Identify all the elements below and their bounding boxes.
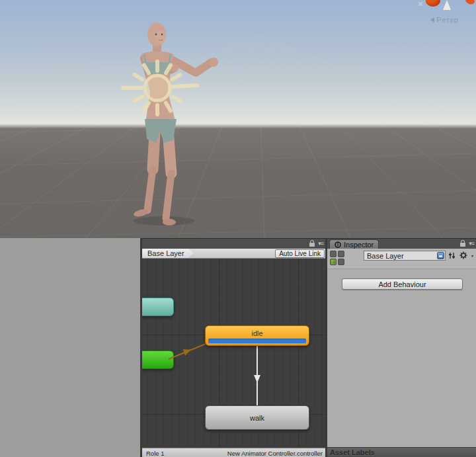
state-machine-canvas[interactable]: idle walk [142,259,325,448]
state-node-walk[interactable]: walk [205,405,309,430]
blend-tree-icon [330,259,337,265]
gizmo-axis-cone-icon [426,0,440,7]
inspector-tabbar: Inspector ▾≡ [327,238,476,249]
asset-labels-bar[interactable]: Asset Labels [327,447,476,457]
graph-tabbar: ▾≡ [142,238,325,249]
unity-editor-window: Persp Animator Layers Parameters [0,0,476,457]
state-node-idle[interactable]: idle [205,325,309,346]
scene-viewport[interactable]: Persp [0,0,476,238]
controller-asset-icon [437,252,444,259]
tab-inspector[interactable]: Inspector [329,239,379,249]
scene-orientation-gizmo[interactable] [416,0,476,13]
playback-progress-bar [208,339,306,343]
gear-icon[interactable] [459,251,467,259]
tab-inspector-label: Inspector [344,241,374,249]
pane-menu-icon[interactable]: ▾≡ [469,241,474,247]
entry-node[interactable] [142,351,174,369]
lock-icon[interactable] [460,243,465,247]
add-behaviour-button[interactable]: Add Behaviour [342,278,463,290]
persp-arrow-icon [430,17,434,22]
breadcrumb-base-layer[interactable]: Base Layer [142,249,194,258]
scene-render [0,0,476,238]
state-label: walk [250,414,264,422]
pane-menu-icon[interactable]: ▾≡ [318,241,323,247]
gizmo-axis-cone-icon [465,0,476,5]
layer-icon-grid[interactable] [330,251,346,267]
perspective-label[interactable]: Persp [430,16,459,24]
status-gameobject: Role 1 [146,450,164,457]
inspector-icon [335,241,341,248]
animator-panel: Animator Layers Parameters ▾ +▾ speed [0,238,140,457]
layer-name-field[interactable] [364,251,446,261]
ground-grid [0,34,476,238]
inspector-panel: Inspector ▾≡ [327,238,476,457]
gizmo-axis-marker-icon [418,1,422,6]
layer-slot-icon [338,251,344,257]
auto-live-link-button[interactable]: Auto Live Link [275,249,325,258]
gizmo-axis-cone-icon [443,0,451,10]
status-controller-file: New Animator Controller.controller [227,450,323,457]
asset-labels-title: Asset Labels [330,448,375,456]
character-model [133,22,218,226]
graph-status-bar: Role 1 New Animator Controller.controlle… [142,448,325,457]
inspector-header: ▾ [327,249,476,269]
any-state-node[interactable] [142,298,174,316]
ground-grid-rows [0,46,476,237]
animator-graph-panel: ▾≡ Base Layer Auto Live Link idle walk [142,238,325,457]
gear-dropdown-icon: ▾ [471,253,473,258]
graph-toolbar: Base Layer Auto Live Link [142,249,325,259]
layer-slot-icon [338,259,344,265]
state-label: idle [251,329,262,337]
presets-sliders-icon[interactable] [448,252,456,259]
layer-slot-icon [330,251,337,257]
lock-icon[interactable] [309,243,315,247]
layer-name-input[interactable] [364,251,436,260]
